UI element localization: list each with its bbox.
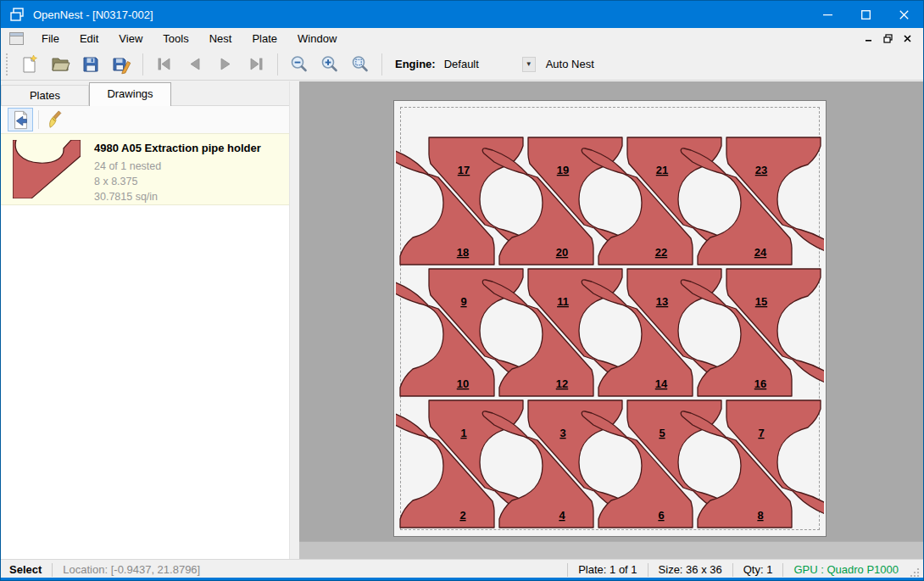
status-mode: Select [9, 563, 42, 576]
zoom-out-icon [289, 54, 309, 75]
part-number: 21 [656, 164, 668, 176]
part-number: 14 [655, 377, 668, 390]
status-bar: Select Location: [-0.9437, 21.8796] Plat… [1, 559, 923, 579]
part-title: 4980 A05 Extraction pipe holder [94, 142, 261, 154]
save-button[interactable] [75, 51, 106, 78]
mdi-minimize-button[interactable] [860, 31, 877, 46]
part-dimensions: 8 x 8.375 [94, 174, 261, 189]
go-first-icon [154, 54, 175, 75]
app-icon [9, 7, 25, 22]
part-number: 12 [556, 377, 568, 390]
minimize-icon [823, 10, 832, 20]
status-qty: Qty: 1 [743, 563, 773, 576]
tab-drawings[interactable]: Drawings [89, 82, 171, 106]
part-number: 10 [457, 377, 469, 390]
save-icon [81, 54, 101, 75]
part-number: 23 [755, 164, 767, 176]
clear-button[interactable] [44, 108, 70, 131]
maximize-button[interactable] [847, 1, 885, 28]
menu-window[interactable]: Window [287, 30, 347, 47]
status-gpu: GPU : Quadro P1000 [793, 563, 899, 576]
mdi-document-icon[interactable] [9, 32, 24, 45]
part-number: 16 [754, 377, 766, 390]
part-number: 13 [656, 295, 668, 308]
part-number: 17 [458, 164, 470, 176]
save-as-button[interactable] [106, 51, 136, 78]
menu-file[interactable]: File [31, 30, 70, 47]
mdi-restore-icon [883, 34, 893, 43]
tab-plates[interactable]: Plates [1, 85, 89, 105]
toolbar-separator [381, 53, 382, 75]
menu-view[interactable]: View [109, 30, 153, 47]
menu-bar: FileEditViewToolsNestPlateWindow [1, 28, 923, 48]
part-metadata: 4980 A05 Extraction pipe holder 24 of 1 … [94, 140, 261, 198]
part-number: 6 [658, 509, 664, 522]
mdi-minimize-icon [865, 34, 873, 42]
menu-plate[interactable]: Plate [242, 30, 287, 47]
minimize-button[interactable] [809, 1, 847, 28]
toolbar-separator [142, 53, 143, 75]
save-as-icon [111, 54, 131, 75]
maximize-icon [861, 10, 871, 20]
zoom-in-button[interactable] [314, 51, 345, 78]
mdi-close-icon [904, 35, 911, 42]
part-number: 15 [755, 295, 767, 308]
opennest-window: { "window": { "title": "OpenNest - [N031… [0, 0, 924, 581]
status-location: Location: [-0.9437, 21.8796] [63, 563, 200, 576]
window-title: OpenNest - [N0317-002] [33, 8, 153, 21]
chevron-down-icon[interactable]: ▼ [522, 57, 536, 72]
menu-tools[interactable]: Tools [153, 30, 198, 47]
go-next-icon [215, 54, 236, 75]
open-button[interactable] [45, 51, 75, 78]
go-next-button[interactable] [210, 51, 241, 78]
nest-canvas[interactable]: 171819202122232491011121314151612345678 [299, 81, 923, 559]
zoom-fit-button[interactable] [345, 51, 376, 78]
title-bar: OpenNest - [N0317-002] [1, 1, 923, 28]
panel-splitter[interactable] [290, 81, 299, 559]
go-first-button[interactable] [149, 51, 180, 78]
close-button[interactable] [885, 1, 923, 28]
part-number: 2 [459, 509, 465, 522]
part-number: 1 [460, 427, 466, 439]
open-folder-icon [50, 54, 70, 75]
mdi-restore-button[interactable] [879, 31, 897, 46]
status-separator [567, 563, 568, 577]
engine-value: Default [441, 58, 522, 70]
nest-pair[interactable]: 1516 [677, 269, 824, 400]
drawings-toolbar [1, 106, 289, 133]
part-number: 7 [758, 427, 764, 439]
status-separator [732, 563, 733, 577]
part-area: 30.7815 sq/in [94, 189, 261, 204]
drawings-panel: Plates Drawings [1, 81, 290, 559]
part-number: 24 [754, 246, 767, 259]
go-last-button[interactable] [241, 51, 271, 78]
horizontal-scrollbar[interactable] [299, 541, 923, 559]
drawing-list-item[interactable]: 4980 A05 Extraction pipe holder 24 of 1 … [1, 133, 289, 205]
menu-nest[interactable]: Nest [199, 30, 242, 47]
part-number: 8 [757, 509, 763, 522]
plate: 171819202122232491011121314151612345678 [393, 100, 827, 537]
mdi-close-button[interactable] [899, 31, 916, 46]
menu-edit[interactable]: Edit [70, 30, 109, 47]
engine-combobox[interactable]: Default ▼ [441, 55, 536, 74]
new-button[interactable] [14, 51, 45, 78]
zoom-in-icon [320, 54, 340, 75]
zoom-out-button[interactable] [284, 51, 314, 78]
content-area: Plates Drawings [1, 81, 923, 559]
status-separator [782, 563, 783, 577]
resize-grip[interactable] [909, 567, 921, 578]
new-document-icon [19, 54, 40, 75]
nest-pair[interactable]: 2324 [677, 137, 824, 269]
part-number: 4 [559, 509, 565, 522]
auto-nest-button[interactable]: Auto Nest [546, 58, 594, 70]
toolbar-grip[interactable] [5, 53, 9, 75]
part-number: 22 [655, 246, 667, 259]
return-to-plate-button[interactable] [8, 108, 33, 131]
part-number: 5 [659, 427, 665, 439]
go-last-icon [246, 54, 266, 75]
nested-parts-layer: 171819202122232491011121314151612345678 [396, 103, 824, 534]
toolbar-separator [38, 110, 39, 129]
nest-pair[interactable]: 78 [677, 400, 824, 532]
go-previous-button[interactable] [180, 51, 210, 78]
panel-tabstrip: Plates Drawings [1, 81, 289, 106]
